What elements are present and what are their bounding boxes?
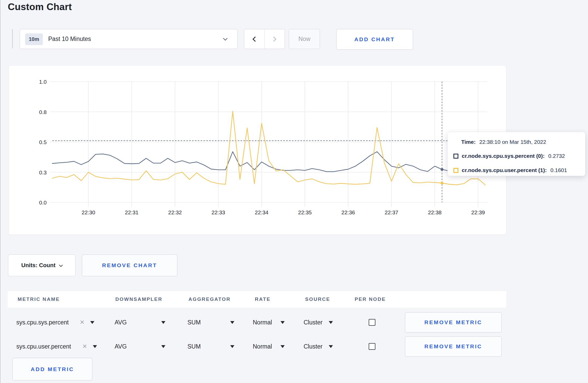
header-source: SOURCE [305,291,330,308]
header-rate: RATE [255,291,271,308]
series-user [52,111,485,185]
gridlines [50,82,487,207]
downsampler-dropdown-icon[interactable] [161,345,165,348]
svg-text:1.0: 1.0 [39,79,47,85]
aggregator-select[interactable]: SUM [187,312,201,332]
metric-name-select[interactable]: sys.cpu.sys.percent [16,312,69,332]
add-chart-button[interactable]: ADD CHART [336,29,413,50]
svg-text:0.0: 0.0 [39,200,47,205]
aggregator-dropdown-icon[interactable] [230,345,234,348]
time-back-button[interactable] [244,29,264,49]
units-label: Units: Count [21,262,55,268]
tooltip-time-row: Time: 22:38:10 on Mar 15th, 2022 [461,139,546,145]
tooltip-series-value: 0.1601 [550,167,567,173]
units-select[interactable]: Units: Count [8,254,75,276]
metric-dropdown-icon[interactable] [90,321,94,324]
svg-text:0.5: 0.5 [39,139,47,145]
tooltip-series-row: cr.node.sys.cpu.sys.percent (0): 0.2732 [453,153,565,159]
source-select[interactable]: Cluster [304,312,323,332]
chart-panel: 0.00.30.50.81.022:3022:3122:3222:3322:34… [9,65,506,235]
toolbar-divider [12,29,13,48]
svg-text:22:37: 22:37 [385,209,398,215]
metric-row: sys.cpu.sys.percent × AVG SUM Normal Clu… [0,312,588,332]
series-user-swatch-icon [453,168,458,173]
chevron-left-icon [253,37,258,42]
svg-text:22:30: 22:30 [82,209,95,215]
now-button[interactable]: Now [289,29,320,49]
chevron-down-icon [59,263,63,267]
add-metric-button[interactable]: ADD METRIC [12,358,92,380]
hover-point-dot [440,182,443,185]
per-node-checkbox[interactable] [369,343,375,350]
rate-select[interactable]: Normal [253,336,272,357]
downsampler-dropdown-icon[interactable] [161,321,165,324]
svg-text:0.8: 0.8 [39,109,47,115]
svg-text:22:33: 22:33 [212,209,225,215]
remove-chart-button[interactable]: REMOVE CHART [82,254,177,276]
axis-tick-labels: 0.00.30.50.81.022:3022:3122:3222:3322:34… [39,79,485,215]
svg-text:22:31: 22:31 [125,209,139,215]
metric-name-select[interactable]: sys.cpu.user.percent [16,336,71,357]
chart-tooltip: Time: 22:38:10 on Mar 15th, 2022 cr.node… [447,132,585,176]
chevron-down-icon [223,36,228,41]
series-sys-swatch-icon [453,154,458,159]
clear-metric-icon[interactable]: × [82,336,87,356]
hover-point-dot [440,168,443,171]
rate-dropdown-icon[interactable] [281,321,285,324]
rate-dropdown-icon[interactable] [281,345,285,348]
source-select[interactable]: Cluster [304,336,323,357]
svg-text:22:32: 22:32 [168,209,182,215]
svg-text:22:34: 22:34 [255,209,269,215]
tooltip-series-row: cr.node.sys.cpu.user.percent (1): 0.1601 [453,167,567,173]
header-aggregator: AGGREGATOR [188,291,231,308]
clear-metric-icon[interactable]: × [80,312,85,332]
time-forward-button[interactable] [264,29,285,49]
aggregator-dropdown-icon[interactable] [230,321,234,324]
downsampler-select[interactable]: AVG [115,336,127,357]
time-range-badge: 10m [25,33,43,45]
tooltip-series-label: cr.node.sys.cpu.user.percent (1): [462,167,547,173]
header-metric-name: METRIC NAME [18,291,60,308]
tooltip-time-label: Time: [461,139,476,145]
per-node-checkbox[interactable] [369,319,375,326]
chevron-right-icon [271,37,276,42]
time-nav-group [244,29,285,49]
tooltip-series-label: cr.node.sys.cpu.sys.percent (0): [462,153,545,159]
tooltip-time-value: 22:38:10 on Mar 15th, 2022 [479,139,546,145]
timeseries-chart[interactable]: 0.00.30.50.81.022:3022:3122:3222:3322:34… [9,66,506,235]
remove-metric-button[interactable]: REMOVE METRIC [405,312,502,332]
time-range-select[interactable]: 10m Past 10 Minutes [20,29,237,49]
svg-text:22:38: 22:38 [428,209,442,215]
rate-select[interactable]: Normal [253,312,272,332]
source-dropdown-icon[interactable] [329,321,333,324]
metrics-table-header: METRIC NAME DOWNSAMPLER AGGREGATOR RATE … [8,291,506,308]
source-dropdown-icon[interactable] [329,345,333,348]
header-per-node: PER NODE [355,291,386,308]
page-title: Custom Chart [8,2,72,12]
downsampler-select[interactable]: AVG [115,312,127,332]
svg-text:0.3: 0.3 [39,169,47,175]
metric-dropdown-icon[interactable] [93,345,97,348]
header-downsampler: DOWNSAMPLER [115,291,163,308]
remove-metric-button[interactable]: REMOVE METRIC [405,336,502,357]
tooltip-series-value: 0.2732 [548,153,565,159]
svg-text:22:39: 22:39 [471,209,485,215]
series-sys [52,152,485,172]
time-range-label: Past 10 Minutes [48,29,91,49]
custom-chart-page: Custom Chart 10m Past 10 Minutes Now ADD… [0,0,588,383]
svg-text:22:35: 22:35 [298,209,312,215]
aggregator-select[interactable]: SUM [187,336,201,357]
svg-text:22:36: 22:36 [341,209,355,215]
metric-row: sys.cpu.user.percent × AVG SUM Normal Cl… [0,336,588,357]
